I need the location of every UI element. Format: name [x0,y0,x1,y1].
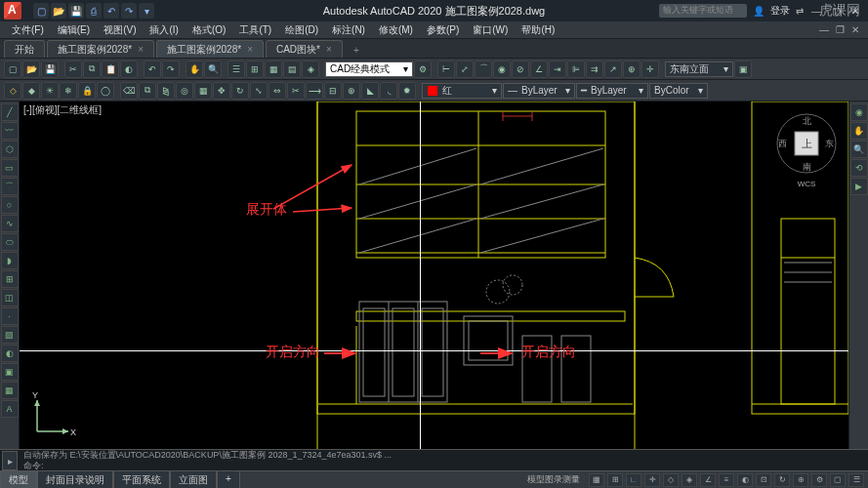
qat-open-icon[interactable]: 📂 [51,3,66,19]
tool-zoom-icon[interactable]: 🔍 [204,61,222,78]
tool-copy-icon[interactable]: ⧉ [83,61,101,78]
tool-hatch-icon[interactable]: ▨ [1,326,19,344]
menu-tools[interactable]: 工具(T) [233,21,277,39]
tool-dim-diameter-icon[interactable]: ⊘ [512,61,529,78]
status-3dosnap-icon[interactable]: ◈ [682,473,697,487]
tool-paste-icon[interactable]: 📋 [102,61,119,78]
menu-dimension[interactable]: 标注(N) [326,21,371,39]
tool-join-icon[interactable]: ⊕ [343,82,360,100]
file-tab[interactable]: 施工图案例2028*× [47,40,154,58]
menu-view[interactable]: 视图(V) [98,21,142,39]
qat-undo-icon[interactable]: ↶ [103,3,119,19]
qat-new-icon[interactable]: ▢ [33,3,49,19]
status-lwt-icon[interactable]: ≡ [719,473,734,487]
tool-insert-icon[interactable]: ⊞ [1,270,19,288]
layout-tab[interactable]: 立面图 [170,470,217,489]
workspace-selector[interactable]: CAD经典模式▾ [325,61,413,77]
layout-tab[interactable]: 封面目录说明 [37,470,113,489]
tool-designcenter-icon[interactable]: ⊞ [246,61,264,78]
menu-format[interactable]: 格式(O) [186,21,231,39]
tool-line-icon[interactable]: ╱ [1,103,19,121]
help-search-input[interactable]: 输入关键字或短语 [659,4,747,18]
tool-dim-continue-icon[interactable]: ⇉ [586,61,603,78]
status-annomonitor-icon[interactable]: ⊕ [793,473,808,487]
layer-off-icon[interactable]: ◯ [97,82,114,100]
tool-rotate-icon[interactable]: ↻ [231,82,249,100]
tool-polygon-icon[interactable]: ⬡ [1,141,19,158]
tool-mirror-icon[interactable]: ⧎ [157,82,175,100]
menu-parametric[interactable]: 参数(P) [421,21,465,39]
menu-modify[interactable]: 修改(M) [373,21,419,39]
tool-save-icon[interactable]: 💾 [41,61,59,78]
tool-tolerance-icon[interactable]: ⊕ [623,61,641,78]
plotstyle-selector[interactable]: ByColor▾ [649,83,708,99]
status-custom-icon[interactable]: ☰ [848,473,864,487]
tool-region-icon[interactable]: ▣ [1,363,19,381]
exchange-icon[interactable]: ⇄ [796,6,804,17]
tool-dim-radius-icon[interactable]: ◉ [493,61,511,78]
tool-circle-icon[interactable]: ○ [1,196,19,214]
close-tab-icon[interactable]: × [326,44,332,55]
tool-copy2-icon[interactable]: ⧉ [139,82,156,100]
ucs-icon[interactable]: X Y [29,390,78,439]
tool-spline-icon[interactable]: ∿ [1,215,19,232]
tool-gear-icon[interactable]: ⚙ [414,61,432,78]
doc-minimize-button[interactable]: — [817,23,831,37]
tool-explode-icon[interactable]: ✹ [398,82,416,100]
command-line[interactable]: 自动保存为 E:\安装位置\AUTOCAD2020\BACKUP\施工图案例 2… [0,449,868,470]
nav-wheel-icon[interactable]: ◉ [850,103,868,121]
linetype-selector[interactable]: —ByLayer▾ [503,83,575,99]
app-logo[interactable] [4,2,21,20]
status-polar-icon[interactable]: ✛ [644,473,660,487]
menu-edit[interactable]: 编辑(E) [52,21,96,39]
tool-polyline-icon[interactable]: 〰 [1,122,19,140]
tool-pan-icon[interactable]: ✋ [186,61,203,78]
tool-break-icon[interactable]: ⊟ [324,82,342,100]
file-tab[interactable]: 施工图案例2028*× [156,40,264,58]
tool-array-icon[interactable]: ▦ [194,82,212,100]
tool-fillet-icon[interactable]: ◟ [380,82,397,100]
menu-draw[interactable]: 绘图(D) [279,21,324,39]
add-tab-button[interactable]: + [349,42,364,58]
tool-trim-icon[interactable]: ✂ [287,82,305,100]
tool-dim-aligned-icon[interactable]: ⤢ [456,61,474,78]
view-selector[interactable]: 东南立面▾ [665,61,733,77]
layer-lock-icon[interactable]: 🔒 [78,82,96,100]
status-workspace-icon[interactable]: ⚙ [811,473,827,487]
nav-showmotion-icon[interactable]: ▶ [850,178,868,195]
nav-pan-icon[interactable]: ✋ [850,122,868,140]
qat-save-icon[interactable]: 💾 [68,3,84,19]
tool-point-icon[interactable]: · [1,307,19,325]
tool-match-icon[interactable]: ◐ [120,61,138,78]
tool-dim-arc-icon[interactable]: ⌒ [475,61,492,78]
menu-window[interactable]: 窗口(W) [467,21,514,39]
tool-palettes-icon[interactable]: ▦ [265,61,282,78]
qat-redo-icon[interactable]: ↷ [121,3,137,19]
tool-redo-icon[interactable]: ↷ [162,61,180,78]
tool-scale-icon[interactable]: ⤡ [250,82,268,100]
tool-properties-icon[interactable]: ☰ [227,61,245,78]
tool-ellipsearc-icon[interactable]: ◗ [1,252,19,269]
viewport-label[interactable]: [-][俯视][二维线框] [23,103,102,117]
tool-block-icon[interactable]: ◫ [1,289,19,306]
tool-new-icon[interactable]: ▢ [4,61,21,78]
tool-offset-icon[interactable]: ◎ [176,82,193,100]
nav-zoom-icon[interactable]: 🔍 [850,141,868,158]
tool-mtext-icon[interactable]: A [1,400,19,418]
tool-dim-quick-icon[interactable]: ⇥ [549,61,566,78]
tool-chamfer-icon[interactable]: ◣ [361,82,379,100]
tool-view-icon[interactable]: ▣ [734,61,752,78]
layout-tab[interactable]: 平面系统 [113,470,170,489]
tool-cut-icon[interactable]: ✂ [64,61,82,78]
doc-restore-button[interactable]: ❐ [833,23,847,37]
login-button[interactable]: 登录 [770,4,790,18]
close-tab-icon[interactable]: × [247,44,253,55]
menu-help[interactable]: 帮助(H) [516,21,560,39]
tool-ellipse-icon[interactable]: ⬭ [1,233,19,251]
command-prompt-icon[interactable]: ▸ [2,451,18,470]
drawing-canvas[interactable]: [-][俯视][二维线框] [20,102,848,449]
status-qp-icon[interactable]: ⊡ [756,473,771,487]
tool-sheet-icon[interactable]: ▤ [283,61,301,78]
status-osnap-icon[interactable]: ◇ [663,473,679,487]
tool-table-icon[interactable]: ▦ [1,382,19,399]
